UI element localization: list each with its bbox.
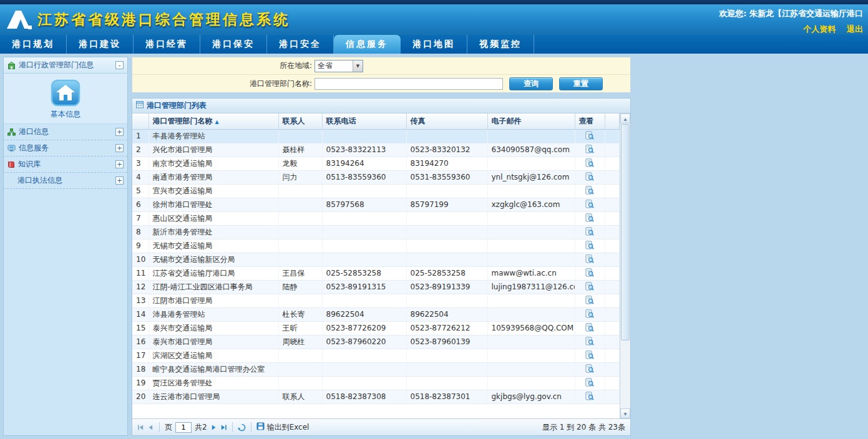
- last-page-button[interactable]: [220, 424, 227, 431]
- nav-tab[interactable]: 港口经营: [134, 35, 200, 54]
- contact-cell: [278, 129, 322, 143]
- expand-button[interactable]: +: [115, 128, 124, 136]
- view-record-icon[interactable]: [585, 309, 594, 318]
- scrollbar-thumb[interactable]: [621, 124, 630, 340]
- view-record-icon[interactable]: [585, 392, 594, 400]
- sidebar-item[interactable]: 港口执法信息+: [4, 173, 127, 189]
- expand-button[interactable]: +: [115, 144, 124, 152]
- table-row[interactable]: 15泰兴市交通运输局王昕0523-877262090523-8772621210…: [132, 321, 620, 335]
- region-select[interactable]: 全省 ▼: [315, 60, 363, 72]
- list-panel-header: 港口管理部门列表: [132, 99, 630, 113]
- view-record-icon[interactable]: [585, 186, 594, 195]
- table-row[interactable]: 16泰兴市港口管理局周晓柱0523-879602200523-87960139: [132, 335, 620, 349]
- table-row[interactable]: 4南通市港务管理局闫力0513-835593600531-83559360ynl…: [132, 170, 620, 184]
- col-email[interactable]: 电子邮件: [487, 113, 575, 129]
- expand-button[interactable]: +: [115, 176, 124, 185]
- first-page-button[interactable]: [137, 424, 144, 431]
- view-record-icon[interactable]: [585, 282, 594, 291]
- scroll-up-icon[interactable]: ▲: [620, 113, 630, 123]
- view-record-icon[interactable]: [585, 213, 594, 222]
- table-row[interactable]: 2兴化市港口管理局聂桂样0523-833221130523-8332013263…: [132, 143, 620, 157]
- table-row[interactable]: 1丰县港务管理站: [132, 129, 620, 143]
- profile-link[interactable]: 个人资料: [803, 24, 836, 34]
- view-record-icon[interactable]: [585, 200, 594, 208]
- nav-tab[interactable]: 港口地图: [401, 35, 467, 54]
- vertical-scrollbar[interactable]: ▲ ▼: [620, 113, 630, 418]
- nav-tab[interactable]: 港口安全: [267, 35, 334, 54]
- scrollbar-track[interactable]: [620, 123, 630, 408]
- table-row[interactable]: 11江苏省交通运输厅港口局王昌保025-52853258025-52853258…: [132, 266, 620, 280]
- prev-page-button[interactable]: [147, 424, 154, 431]
- view-record-icon[interactable]: [585, 323, 594, 332]
- network-icon: [7, 128, 16, 136]
- phone-cell: 0523-87726209: [322, 321, 406, 335]
- phone-cell: [322, 362, 406, 376]
- sidebar-section-port-admin[interactable]: 港口行政管理部门信息 -: [4, 57, 127, 74]
- basic-info-home-icon[interactable]: [51, 79, 80, 109]
- email-cell: [487, 184, 575, 198]
- view-record-icon[interactable]: [585, 241, 594, 249]
- table-row[interactable]: 8新沂市港务管理处: [132, 225, 620, 239]
- table-row[interactable]: 20连云港市港口管理局联系人0518-823873080518-82387301…: [132, 390, 620, 403]
- email-cell: [487, 349, 575, 362]
- app-logo-icon: [6, 9, 32, 30]
- view-record-icon[interactable]: [585, 131, 594, 140]
- table-row[interactable]: 3南京市交通运输局龙毅8319426483194270: [132, 157, 620, 170]
- nav-tab[interactable]: 港口规划: [0, 35, 67, 54]
- phone-cell: 89622504: [322, 307, 406, 321]
- view-record-icon[interactable]: [585, 378, 594, 387]
- col-view[interactable]: 查看: [575, 113, 605, 129]
- view-record-icon[interactable]: [585, 172, 594, 181]
- view-record-icon[interactable]: [585, 296, 594, 304]
- view-record-icon[interactable]: [585, 254, 594, 263]
- table-row[interactable]: 12江阴-靖江工业园区港口事务局陆静0523-891913150523-8919…: [132, 280, 620, 294]
- nav-tab[interactable]: 港口建设: [67, 35, 134, 54]
- reset-button[interactable]: 重置: [559, 77, 603, 90]
- sidebar-item-label: 信息服务: [19, 143, 49, 153]
- expand-button[interactable]: +: [115, 160, 124, 168]
- sidebar-item[interactable]: 信息服务+: [4, 140, 127, 157]
- view-record-icon[interactable]: [585, 337, 594, 345]
- query-button[interactable]: 查询: [509, 77, 553, 90]
- view-record-icon[interactable]: [585, 350, 594, 359]
- refresh-button[interactable]: [238, 423, 246, 432]
- basic-info-label[interactable]: 基本信息: [51, 109, 80, 120]
- col-fax[interactable]: 传真: [406, 113, 487, 129]
- dept-name-input[interactable]: [315, 78, 503, 90]
- table-row[interactable]: 7惠山区交通运输局: [132, 211, 620, 225]
- filler-cell: [605, 349, 620, 362]
- page-input[interactable]: [175, 422, 192, 433]
- dept-name-cell: 泰兴市交通运输局: [149, 321, 278, 335]
- scroll-down-icon[interactable]: ▼: [620, 408, 630, 418]
- next-page-button[interactable]: [210, 424, 217, 431]
- table-row[interactable]: 18睢宁县交通运输局港口管理办公室: [132, 362, 620, 376]
- collapse-button[interactable]: -: [115, 61, 124, 69]
- col-contact[interactable]: 联系人: [278, 113, 322, 129]
- view-record-icon[interactable]: [585, 158, 594, 167]
- region-select-value: 全省: [315, 60, 353, 71]
- col-dept-name[interactable]: 港口管理部门名称▲: [149, 113, 278, 129]
- table-row[interactable]: 14沛县港务管理站杜长寄8962250489622504: [132, 307, 620, 321]
- table-row[interactable]: 17滨湖区交通运输局: [132, 349, 620, 362]
- phone-cell: [322, 349, 406, 362]
- table-row[interactable]: 10无锡市交通运输新区分局: [132, 253, 620, 266]
- view-record-icon[interactable]: [585, 145, 594, 153]
- nav-tab[interactable]: 港口保安: [200, 35, 267, 54]
- table-row[interactable]: 9无锡市交通运输局: [132, 239, 620, 253]
- view-record-icon[interactable]: [585, 268, 594, 277]
- table-row[interactable]: 13江阴市港口管理局: [132, 294, 620, 307]
- view-record-icon[interactable]: [585, 364, 594, 373]
- sidebar-item[interactable]: 港口信息+: [4, 124, 127, 140]
- sidebar-item[interactable]: 知识库+: [4, 157, 127, 173]
- col-phone[interactable]: 联系电话: [322, 113, 406, 129]
- table-row[interactable]: 19贾汪区港务管理处: [132, 376, 620, 390]
- nav-tab[interactable]: 视频监控: [467, 35, 534, 54]
- logout-link[interactable]: 退出: [847, 24, 863, 34]
- table-row[interactable]: 6徐州市港口管理处8579756885797199xzgkglc@163.com: [132, 198, 620, 211]
- export-excel-button[interactable]: 输出到Excel: [256, 422, 310, 433]
- phone-cell: [322, 253, 406, 266]
- pagination-bar: 页 共2: [132, 418, 630, 435]
- nav-tab[interactable]: 信息服务: [334, 35, 401, 54]
- view-record-icon[interactable]: [585, 227, 594, 236]
- table-row[interactable]: 5宜兴市交通运输局: [132, 184, 620, 198]
